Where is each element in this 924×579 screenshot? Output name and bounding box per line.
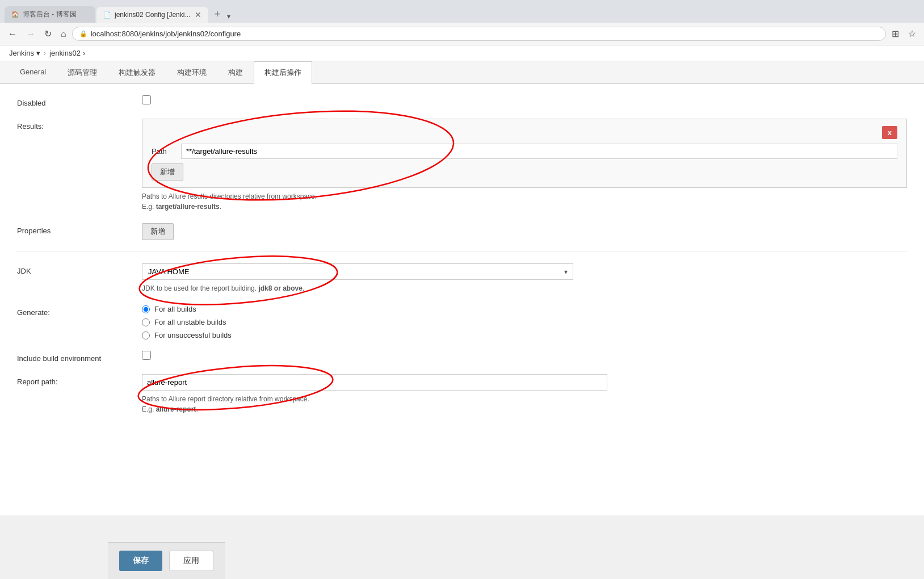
- report-path-control: Paths to Allure report directory relativ…: [142, 374, 907, 414]
- results-section-wrapper: x Path 新增 Paths to Allure results direct…: [142, 119, 907, 212]
- radio-all-builds: For all builds: [142, 305, 907, 313]
- radio-all-builds-label: For all builds: [154, 305, 196, 313]
- radio-unsuccessful-builds-input[interactable]: [142, 332, 150, 339]
- path-label: Path: [152, 147, 174, 156]
- tab-env[interactable]: 构建环境: [166, 61, 217, 84]
- nav-bar: ← → ↻ ⌂ 🔒 localhost:8080/jenkins/job/jen…: [0, 23, 924, 45]
- tab-2[interactable]: 📄 jenkins02 Config [Jenki... ✕: [96, 7, 208, 23]
- report-path-input[interactable]: [142, 374, 607, 391]
- breadcrumb-job-link[interactable]: jenkins02 ›: [49, 49, 85, 57]
- results-header: x: [152, 126, 897, 139]
- radio-group: For all builds For all unstable builds F…: [142, 305, 907, 339]
- results-remove-button[interactable]: x: [882, 126, 897, 139]
- radio-unstable-builds: For all unstable builds: [142, 318, 907, 326]
- radio-unstable-builds-label: For all unstable builds: [154, 318, 226, 326]
- tab-post-build[interactable]: 构建后操作: [254, 61, 312, 84]
- generate-control: For all builds For all unstable builds F…: [142, 305, 907, 339]
- back-button[interactable]: ←: [5, 27, 20, 41]
- results-add-button[interactable]: 新增: [152, 163, 183, 181]
- breadcrumb-job[interactable]: jenkins02 ›: [49, 49, 85, 57]
- tab-1-icon: 🏠: [11, 11, 19, 18]
- home-button[interactable]: ⌂: [57, 27, 70, 41]
- tab-list-dropdown[interactable]: ▾: [225, 10, 233, 23]
- annotation-circle-jdk: [125, 252, 409, 309]
- breadcrumb-job-label: jenkins02: [49, 49, 81, 57]
- results-hint-example: target/allure-results: [156, 203, 220, 211]
- disabled-control: [142, 95, 907, 106]
- tab-navigation: General 源码管理 构建触发器 构建环境 构建 构建后操作: [0, 61, 924, 84]
- include-env-row: Include build environment: [17, 351, 907, 363]
- breadcrumb-dropdown-icon: ▾: [36, 49, 40, 57]
- report-path-hint-example: allure-report: [156, 405, 196, 413]
- disabled-checkbox[interactable]: [142, 95, 151, 104]
- tab-bar: 🏠 博客后台 - 博客园 📄 jenkins02 Config [Jenki..…: [0, 0, 924, 23]
- bookmark-button[interactable]: ☆: [905, 26, 919, 41]
- breadcrumb-jenkins-link[interactable]: Jenkins ▾: [9, 49, 40, 57]
- tab-2-title: jenkins02 Config [Jenki...: [115, 11, 190, 19]
- new-tab-button[interactable]: +: [209, 6, 225, 23]
- sidebar-toggle[interactable]: ⊞: [888, 26, 902, 41]
- results-control: x Path 新增 Paths to Allure results direct…: [142, 119, 907, 212]
- path-row: Path: [152, 144, 897, 159]
- results-hint: Paths to Allure results directories rela…: [142, 191, 907, 212]
- radio-all-builds-input[interactable]: [142, 305, 150, 313]
- jdk-annotation-wrapper: JAVA HOME ▾: [142, 263, 907, 280]
- jdk-hint: JDK to be used for the report building. …: [142, 283, 907, 293]
- report-path-annotation-wrapper: [142, 374, 907, 391]
- report-path-label: Report path:: [17, 374, 142, 386]
- section-separator: [17, 251, 907, 252]
- refresh-button[interactable]: ↻: [41, 26, 55, 41]
- jdk-label: JDK: [17, 263, 142, 275]
- include-env-control: [142, 351, 907, 362]
- disabled-label: Disabled: [17, 95, 142, 107]
- report-path-hint: Paths to Allure report directory relativ…: [142, 394, 907, 414]
- path-input[interactable]: [181, 144, 897, 159]
- jdk-hint-bold: jdk8 or above: [258, 284, 302, 292]
- jdk-control: JAVA HOME ▾ JDK to be used for the repor…: [142, 263, 907, 293]
- main-content: General 源码管理 构建触发器 构建环境 构建 构建后操作 Disable…: [0, 61, 924, 515]
- results-section: x Path 新增: [142, 119, 907, 188]
- properties-label: Properties: [17, 223, 142, 235]
- nav-right: ⊞ ☆: [888, 26, 919, 41]
- lock-icon: 🔒: [79, 30, 87, 37]
- tab-2-close[interactable]: ✕: [195, 10, 201, 19]
- tab-source[interactable]: 源码管理: [57, 61, 108, 84]
- form-content: Disabled Results: x: [0, 84, 924, 437]
- include-env-label: Include build environment: [17, 351, 142, 363]
- results-row: Results: x Path 新增: [17, 119, 907, 212]
- radio-unsuccessful-builds-label: For unsuccessful builds: [154, 331, 232, 339]
- tab-1-title: 博客后台 - 博客园: [23, 10, 89, 19]
- generate-label: Generate:: [17, 305, 142, 317]
- browser-chrome: 🏠 博客后台 - 博客园 📄 jenkins02 Config [Jenki..…: [0, 0, 924, 45]
- radio-unsuccessful-builds: For unsuccessful builds: [142, 331, 907, 339]
- breadcrumb-job-arrow: ›: [83, 49, 85, 57]
- svg-point-1: [137, 252, 339, 309]
- tab-build[interactable]: 构建: [217, 61, 254, 84]
- forward-button[interactable]: →: [23, 27, 39, 41]
- results-label: Results:: [17, 119, 142, 131]
- properties-row: Properties 新增: [17, 223, 907, 240]
- breadcrumb-jenkins-label: Jenkins: [9, 49, 34, 57]
- properties-control: 新增: [142, 223, 907, 240]
- address-bar[interactable]: 🔒 localhost:8080/jenkins/job/jenkins02/c…: [72, 27, 886, 41]
- jdk-select-wrapper: JAVA HOME ▾: [142, 263, 573, 280]
- tab-general[interactable]: General: [9, 61, 57, 84]
- breadcrumb: Jenkins ▾ › jenkins02 ›: [0, 45, 924, 61]
- breadcrumb-sep-1: ›: [44, 49, 46, 57]
- include-env-checkbox[interactable]: [142, 351, 151, 360]
- jdk-select[interactable]: JAVA HOME: [142, 263, 573, 280]
- address-text: localhost:8080/jenkins/job/jenkins02/con…: [91, 30, 879, 38]
- tab-1[interactable]: 🏠 博客后台 - 博客园: [5, 6, 95, 23]
- breadcrumb-jenkins[interactable]: Jenkins ▾: [9, 49, 40, 57]
- tab-2-icon: 📄: [103, 11, 111, 19]
- report-path-row: Report path: Paths to Allure report dire…: [17, 374, 907, 414]
- disabled-row: Disabled: [17, 95, 907, 107]
- jdk-row: JDK JAVA HOME ▾ JDK to be used for t: [17, 263, 907, 293]
- properties-add-button[interactable]: 新增: [142, 223, 174, 240]
- generate-row: Generate: For all builds For all unstabl…: [17, 305, 907, 339]
- tab-triggers[interactable]: 构建触发器: [108, 61, 166, 84]
- radio-unstable-builds-input[interactable]: [142, 318, 150, 326]
